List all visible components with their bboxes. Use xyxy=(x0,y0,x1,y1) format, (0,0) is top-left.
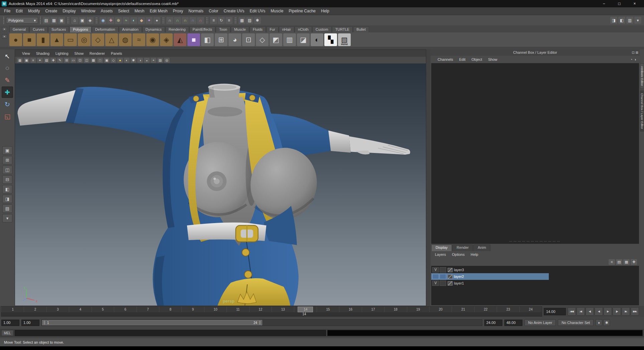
shelf-tab[interactable]: Deformation xyxy=(92,26,119,32)
poly-sphere-icon[interactable]: ● xyxy=(9,33,22,46)
layer-display-type-toggle[interactable] xyxy=(440,274,446,279)
single-pane-layout-icon[interactable]: ▣ xyxy=(2,146,12,155)
collapse-divider[interactable] xyxy=(3,17,5,24)
snap-to-grid-icon[interactable]: ∩ xyxy=(166,17,173,24)
auto-keyframe-icon[interactable]: ♦ xyxy=(596,319,602,326)
animation-start-field[interactable] xyxy=(1,320,19,326)
smooth-shade-icon[interactable]: ● xyxy=(117,58,123,63)
save-scene-icon[interactable]: ▣ xyxy=(58,17,65,24)
layer-editor-tab[interactable]: Display xyxy=(431,244,452,251)
show-channel-box-icon[interactable]: ◨ xyxy=(610,17,617,24)
panel-dock-tab[interactable]: Attribute Editor xyxy=(640,63,644,89)
character-set-button[interactable]: No Character Set xyxy=(558,319,594,326)
mask-highlight-icon[interactable]: ◉ xyxy=(100,17,107,24)
input-operations-icon[interactable]: ≡ xyxy=(210,17,217,24)
menu-set-dropdown[interactable]: Polygons ▾ xyxy=(6,17,38,24)
poly-cylinder-icon[interactable]: ▮ xyxy=(37,33,49,46)
collapse-divider[interactable] xyxy=(39,17,41,24)
layer-visibility-toggle[interactable]: V xyxy=(432,281,439,286)
character-model[interactable] xyxy=(15,63,426,306)
uv-checker-icon[interactable]: ▚ xyxy=(324,33,337,46)
shelf-tab-options-button[interactable]: ▾ xyxy=(2,27,7,31)
menu-item[interactable]: Mesh xyxy=(132,9,147,13)
menu-item[interactable]: File xyxy=(1,9,13,13)
shelf-menu-button[interactable]: ▾ xyxy=(2,34,7,38)
three-pane-split-layout-icon[interactable]: ◧ xyxy=(2,185,12,193)
poly-pyramid-icon[interactable]: △ xyxy=(105,33,118,46)
occlusion-icon[interactable]: ◒ xyxy=(144,58,150,63)
command-result-area[interactable] xyxy=(327,330,643,336)
command-input[interactable] xyxy=(15,330,326,336)
menu-item[interactable]: Help xyxy=(318,9,332,13)
current-time-field[interactable] xyxy=(544,308,566,315)
mask-rendering-icon[interactable]: ● xyxy=(153,17,160,24)
maximize-button[interactable]: □ xyxy=(612,0,627,7)
close-button[interactable]: × xyxy=(627,0,642,7)
hypershade-persp-layout-icon[interactable]: ▤ xyxy=(2,204,12,213)
field-chart-icon[interactable]: ▩ xyxy=(91,58,96,63)
shelf-tab[interactable]: nCloth xyxy=(295,26,312,32)
shelf-tab[interactable]: Muscle xyxy=(231,26,249,32)
safe-title-icon[interactable]: ▣ xyxy=(104,58,110,63)
image-plane-icon[interactable]: ▧ xyxy=(44,58,49,63)
shelf-tab[interactable]: Curves xyxy=(29,26,48,32)
layer-visibility-toggle[interactable]: V xyxy=(432,267,439,273)
layer-editor-tab[interactable]: Render xyxy=(452,244,473,251)
channel-list-area[interactable]: ⋯⋯⋯⋯⋯⋯⋯⋯⋯⋯⋯⋯ xyxy=(431,63,639,244)
split-polygon-icon[interactable]: ◩ xyxy=(270,33,282,46)
motion-blur-icon[interactable]: ◓ xyxy=(151,58,156,63)
layer-visibility-toggle[interactable] xyxy=(432,274,439,279)
viewport-canvas[interactable]: y x persp xyxy=(15,63,426,306)
poly-plane-icon[interactable]: ▭ xyxy=(64,33,77,46)
four-pane-layout-icon[interactable]: ⊞ xyxy=(2,156,12,164)
gate-mask-icon[interactable]: ◫ xyxy=(84,58,90,63)
layer-editor-menu[interactable]: Options xyxy=(449,252,468,256)
layout-menu-arrow-icon[interactable]: ▾ xyxy=(2,214,12,222)
bookmarks-icon[interactable]: ✦ xyxy=(37,58,43,63)
viewport-menu[interactable]: Lighting xyxy=(52,51,71,55)
shelf-tab[interactable]: Animation xyxy=(119,26,142,32)
two-d-pan-zoom-icon[interactable]: ✚ xyxy=(50,58,56,63)
menu-item[interactable]: Create xyxy=(42,9,60,13)
textured-icon[interactable]: ◐ xyxy=(124,58,130,63)
close-panel-icon[interactable]: ⊠ xyxy=(636,49,638,56)
menu-item[interactable]: Muscle xyxy=(268,9,286,13)
lock-camera-icon[interactable]: ▣ xyxy=(24,58,29,63)
panel-dock-tab[interactable]: Channel Box / Layer Editor xyxy=(640,91,644,132)
isolate-select-icon[interactable]: ◎ xyxy=(164,58,170,63)
menu-item[interactable]: Select xyxy=(115,9,132,13)
menu-item[interactable]: Edit Mesh xyxy=(147,9,170,13)
range-slider-track[interactable]: 1 24 xyxy=(41,319,482,326)
mask-dynamics-icon[interactable]: ✦ xyxy=(146,17,153,24)
smooth-icon[interactable]: ◕ xyxy=(228,33,241,46)
step-back-frame-button[interactable]: |◀ xyxy=(577,307,585,316)
shelf-tab[interactable]: Rendering xyxy=(165,26,189,32)
paint-select-tool-icon[interactable]: ✎ xyxy=(2,74,13,86)
menu-item[interactable]: Display xyxy=(60,9,78,13)
snap-to-surface-icon[interactable]: ∩ xyxy=(197,17,204,24)
poly-prism-icon[interactable]: ◇ xyxy=(92,33,104,46)
shelf-tab[interactable]: Custom xyxy=(312,26,332,32)
snap-to-point-icon[interactable]: ∩ xyxy=(182,17,189,24)
float-panel-icon[interactable]: ⊡ xyxy=(632,49,634,56)
outliner-persp-layout-icon[interactable]: ◨ xyxy=(2,195,12,203)
menu-item[interactable]: Modify xyxy=(25,9,42,13)
ipr-render-icon[interactable]: ▨ xyxy=(246,17,253,24)
playback-end-field[interactable] xyxy=(484,320,502,326)
combine-icon[interactable]: ⊞ xyxy=(215,33,227,46)
step-forward-key-button[interactable]: |▶ xyxy=(613,307,621,316)
menu-item[interactable]: Create UVs xyxy=(221,9,247,13)
status-icon[interactable] xyxy=(206,17,208,24)
open-scene-icon[interactable]: ▦ xyxy=(50,17,57,24)
channel-mode-icon[interactable]: ◑ xyxy=(634,57,636,61)
layer-name[interactable]: layer1 xyxy=(454,281,464,285)
play-backwards-button[interactable]: ◀ xyxy=(595,307,603,316)
new-layer-from-selected-icon[interactable]: ✚ xyxy=(631,259,637,265)
layer-row[interactable]: V layer3 xyxy=(431,267,639,273)
poly-platonic-icon[interactable]: ◈ xyxy=(160,33,173,46)
command-line-language-button[interactable]: MEL xyxy=(1,330,13,336)
layer-editor-menu[interactable]: Layers xyxy=(432,252,449,256)
wireframe-icon[interactable]: ◇ xyxy=(111,58,116,63)
channel-box-menu[interactable]: Channels xyxy=(435,57,456,61)
poly-cone-icon[interactable]: ▲ xyxy=(50,33,63,46)
